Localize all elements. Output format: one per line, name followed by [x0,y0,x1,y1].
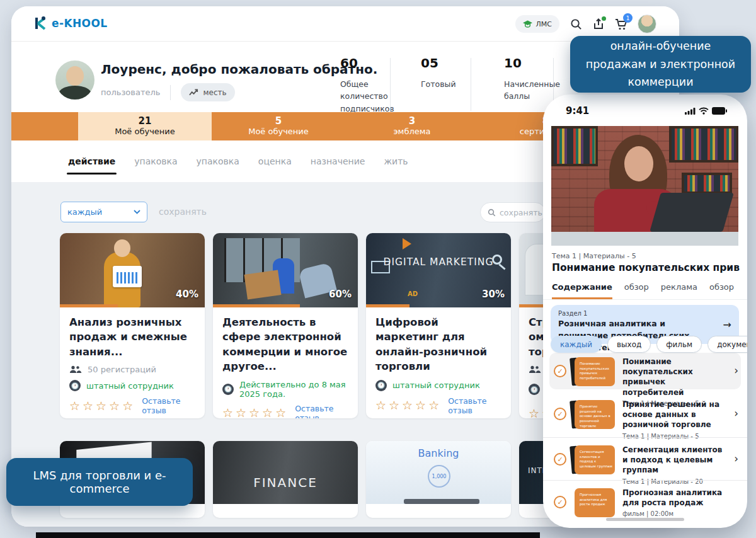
avatar-face [66,66,84,86]
leave-review-link[interactable]: Оставьте отзыв [142,396,195,415]
stat-subscribers: 60 Общее количество подписчиков [340,55,411,115]
tab-overview-2[interactable]: обзор [709,282,734,299]
thumbnail-caption: FINANCE [213,475,358,490]
lesson-title: Принятие решений на основе данных в розн… [622,399,726,430]
rating-stars[interactable]: ☆☆☆☆☆ [69,400,135,412]
chevron-right-icon[interactable]: › [734,407,738,420]
chevron-right-icon[interactable]: › [734,364,738,377]
tab-packing-1[interactable]: упаковка [134,156,177,166]
course-card-banking[interactable]: Banking 1,000 [366,441,511,518]
lesson-item-1[interactable]: ✓ Понимание покупательских привычек потр… [549,353,741,389]
user-avatar[interactable] [55,60,94,100]
progress-percent-label: 40% [176,289,198,300]
lesson-item-2[interactable]: ✓ Принятие решений на основе данных в ро… [549,396,741,432]
clock-icon: 🕐 [529,384,540,395]
divider [543,437,747,438]
course-title: Деятельность в сфере электронной коммерц… [222,315,348,374]
welcome-title: Лоуренс, добро пожаловать обратно. [101,62,377,77]
course-card-finance[interactable]: FINANCE [213,441,358,518]
course-title: Анализ розничных продаж и смежные знания… [69,315,195,359]
home-indicator[interactable] [606,518,684,521]
stat-label: Готовый [421,78,491,90]
chart-icon [189,89,198,96]
leave-review-link[interactable]: Оставьте отзыв [295,404,348,418]
course-thumbnail: 60% [213,233,358,307]
signal-icon [685,108,696,115]
rating-stars[interactable]: ☆☆☆☆☆ [375,399,442,411]
divider [471,58,471,111]
lesson-item-3[interactable]: ✓ Сегментация клиентов и подход к целевы… [549,441,741,478]
chevron-down-icon [134,210,140,214]
check-circle-icon: ✓ [554,496,566,508]
tab-my-learning-5[interactable]: 5 Моё обучение [212,112,345,140]
chip-film[interactable]: фильм [656,336,702,353]
tab-grade[interactable]: оценка [258,156,292,166]
bookshelf [551,126,598,166]
course-thumbnail: 40% [60,233,205,307]
course-card-ecommerce-activity[interactable]: 60% Деятельность в сфере электронной ком… [213,233,358,418]
check-circle-icon: ✓ [554,365,566,377]
e-khool-logo-icon [33,16,48,31]
app-logo-text: e-KHOOL [52,17,108,30]
lesson-video-player[interactable] [551,126,738,246]
search-input[interactable]: сохранять [480,202,546,222]
tab-assignment[interactable]: назначение [311,156,365,166]
stat-label: Общее количество подписчиков [340,78,411,115]
leave-review-link[interactable]: Оставьте отзыв [448,396,501,415]
bookshelf [669,126,738,163]
stat-value: 60 [340,55,411,71]
tab-badges[interactable]: 3 эмблема [345,112,479,140]
tab-action[interactable]: действие [68,156,115,166]
bottom-video-strip [36,532,540,538]
lesson-title: Прогнозная аналитика для роста продаж [622,488,726,508]
search-icon[interactable] [570,18,582,30]
tab-content[interactable]: Содержание [552,282,612,299]
tab-packing-2[interactable]: упаковка [197,156,239,166]
stat-ready: 05 Готовый [421,55,491,90]
course-title: Цифровой маркетинг для онлайн-розничной … [375,315,501,374]
thumbnail-caption: Banking [366,447,511,459]
rank-button[interactable]: месть [181,83,234,101]
ad-icon: AD [408,290,418,297]
divider [543,299,747,300]
phone-tabs: Содержание обзор реклама обзор комментар… [552,282,743,299]
check-circle-icon: ✓ [554,408,566,420]
search-icon [488,209,496,217]
share-icon[interactable] [592,18,605,30]
header-avatar[interactable] [638,14,656,33]
lesson-title: Понимание покупательских привычек потреб… [622,357,726,398]
stat-value: 10 [504,55,580,71]
lesson-meta: фильм | 02:00м [622,510,726,517]
divider [390,58,391,111]
promo-badge-online-training: онлайн-обучение продажам и электронной к… [570,36,751,93]
chevron-right-icon[interactable]: › [734,452,738,465]
cart-icon[interactable]: 1 [615,18,627,30]
thumbnail-caption: DIGITAL MARKETING [366,255,511,270]
arrow-right-icon[interactable]: → [723,319,731,331]
save-button[interactable]: сохранять [159,207,207,217]
course-status: Действительно до 8 мая 2025 года. [239,380,348,399]
tab-live[interactable]: жить [384,156,408,166]
app-logo[interactable]: e-KHOOL [33,16,108,31]
tab-my-learning-21[interactable]: 21 Моё обучение [78,112,212,140]
lesson-thumbnail: Понимание покупательских привычек потреб… [575,357,615,386]
chip-exit[interactable]: выход [607,336,651,353]
course-thumbnail: DIGITAL MARKETING AD 30% [366,233,511,307]
tab-overview-1[interactable]: обзор [624,282,649,299]
course-card-retail-analysis[interactable]: 40% Анализ розничных продаж и смежные зн… [60,233,205,418]
chip-every[interactable]: каждый [551,336,602,353]
tab-ads[interactable]: реклама [661,282,697,299]
people-icon [69,365,82,374]
divider [170,85,171,100]
course-card-digital-marketing[interactable]: DIGITAL MARKETING AD 30% Цифровой маркет… [366,233,511,418]
user-role-label: пользователь [101,88,160,97]
filter-select[interactable]: каждый [60,202,147,222]
course-status: штатный сотрудник [392,381,480,390]
chip-document[interactable]: документ▾ [707,336,747,353]
avatar-body [59,86,91,100]
lesson-item-4[interactable]: ✓ Прогнозная аналитика для роста продаж … [549,484,741,520]
promo-badge-lms: LMS для торговли и e-commerce [6,458,193,506]
rating-stars[interactable]: ☆☆☆☆☆ [222,407,289,418]
lesson-thumbnail: Сегментация клиентов и подход к целевым … [575,445,615,474]
lms-button[interactable]: ЛМС [515,15,559,33]
